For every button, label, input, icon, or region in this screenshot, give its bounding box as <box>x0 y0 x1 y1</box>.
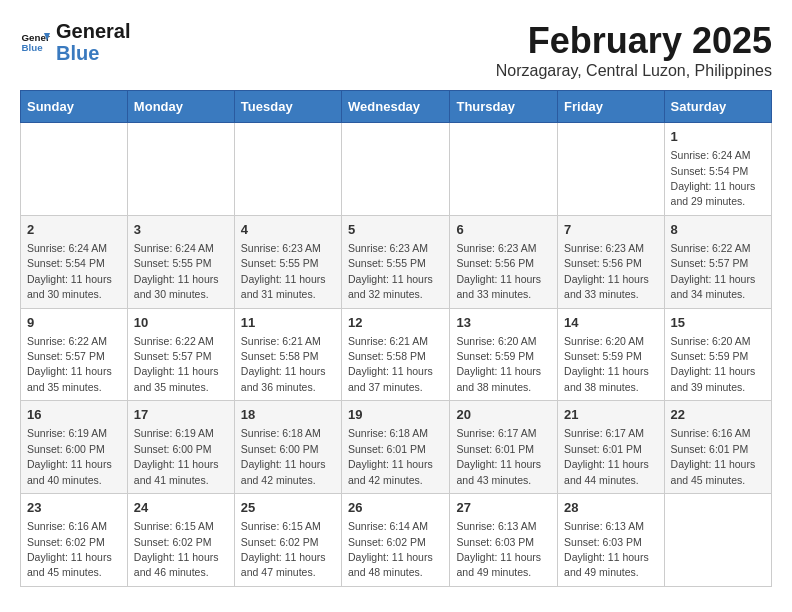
svg-text:Blue: Blue <box>22 42 44 53</box>
day-info: Sunrise: 6:18 AM Sunset: 6:00 PM Dayligh… <box>241 427 326 485</box>
day-number: 19 <box>348 406 443 424</box>
day-cell: 4Sunrise: 6:23 AM Sunset: 5:55 PM Daylig… <box>234 215 341 308</box>
week-row-3: 9Sunrise: 6:22 AM Sunset: 5:57 PM Daylig… <box>21 308 772 401</box>
day-cell: 19Sunrise: 6:18 AM Sunset: 6:01 PM Dayli… <box>342 401 450 494</box>
day-info: Sunrise: 6:15 AM Sunset: 6:02 PM Dayligh… <box>241 520 326 578</box>
day-info: Sunrise: 6:16 AM Sunset: 6:02 PM Dayligh… <box>27 520 112 578</box>
day-number: 26 <box>348 499 443 517</box>
day-cell <box>664 494 771 587</box>
day-number: 20 <box>456 406 551 424</box>
day-number: 17 <box>134 406 228 424</box>
day-number: 1 <box>671 128 765 146</box>
day-number: 24 <box>134 499 228 517</box>
day-number: 7 <box>564 221 657 239</box>
calendar-body: 1Sunrise: 6:24 AM Sunset: 5:54 PM Daylig… <box>21 123 772 587</box>
day-cell: 26Sunrise: 6:14 AM Sunset: 6:02 PM Dayli… <box>342 494 450 587</box>
day-number: 28 <box>564 499 657 517</box>
title-section: February 2025 Norzagaray, Central Luzon,… <box>496 20 772 80</box>
day-cell: 17Sunrise: 6:19 AM Sunset: 6:00 PM Dayli… <box>127 401 234 494</box>
day-info: Sunrise: 6:23 AM Sunset: 5:55 PM Dayligh… <box>348 242 433 300</box>
header-row: SundayMondayTuesdayWednesdayThursdayFrid… <box>21 91 772 123</box>
day-cell: 16Sunrise: 6:19 AM Sunset: 6:00 PM Dayli… <box>21 401 128 494</box>
day-cell: 18Sunrise: 6:18 AM Sunset: 6:00 PM Dayli… <box>234 401 341 494</box>
header-cell-sunday: Sunday <box>21 91 128 123</box>
day-cell <box>558 123 664 216</box>
day-cell: 15Sunrise: 6:20 AM Sunset: 5:59 PM Dayli… <box>664 308 771 401</box>
day-info: Sunrise: 6:21 AM Sunset: 5:58 PM Dayligh… <box>241 335 326 393</box>
day-cell: 13Sunrise: 6:20 AM Sunset: 5:59 PM Dayli… <box>450 308 558 401</box>
day-cell <box>450 123 558 216</box>
header-cell-monday: Monday <box>127 91 234 123</box>
day-cell <box>21 123 128 216</box>
day-number: 25 <box>241 499 335 517</box>
day-info: Sunrise: 6:20 AM Sunset: 5:59 PM Dayligh… <box>456 335 541 393</box>
day-number: 14 <box>564 314 657 332</box>
calendar-table: SundayMondayTuesdayWednesdayThursdayFrid… <box>20 90 772 587</box>
day-number: 10 <box>134 314 228 332</box>
header-cell-thursday: Thursday <box>450 91 558 123</box>
day-cell: 23Sunrise: 6:16 AM Sunset: 6:02 PM Dayli… <box>21 494 128 587</box>
day-cell: 25Sunrise: 6:15 AM Sunset: 6:02 PM Dayli… <box>234 494 341 587</box>
day-info: Sunrise: 6:17 AM Sunset: 6:01 PM Dayligh… <box>456 427 541 485</box>
logo-icon: General Blue <box>20 27 50 57</box>
day-cell: 10Sunrise: 6:22 AM Sunset: 5:57 PM Dayli… <box>127 308 234 401</box>
day-cell: 22Sunrise: 6:16 AM Sunset: 6:01 PM Dayli… <box>664 401 771 494</box>
day-number: 21 <box>564 406 657 424</box>
day-info: Sunrise: 6:20 AM Sunset: 5:59 PM Dayligh… <box>564 335 649 393</box>
logo-text: GeneralBlue <box>56 20 130 64</box>
day-info: Sunrise: 6:23 AM Sunset: 5:56 PM Dayligh… <box>564 242 649 300</box>
day-info: Sunrise: 6:19 AM Sunset: 6:00 PM Dayligh… <box>134 427 219 485</box>
calendar-header: SundayMondayTuesdayWednesdayThursdayFrid… <box>21 91 772 123</box>
day-cell: 14Sunrise: 6:20 AM Sunset: 5:59 PM Dayli… <box>558 308 664 401</box>
day-number: 3 <box>134 221 228 239</box>
header-cell-tuesday: Tuesday <box>234 91 341 123</box>
day-cell <box>127 123 234 216</box>
day-info: Sunrise: 6:22 AM Sunset: 5:57 PM Dayligh… <box>134 335 219 393</box>
day-number: 18 <box>241 406 335 424</box>
day-number: 27 <box>456 499 551 517</box>
week-row-1: 1Sunrise: 6:24 AM Sunset: 5:54 PM Daylig… <box>21 123 772 216</box>
day-info: Sunrise: 6:22 AM Sunset: 5:57 PM Dayligh… <box>27 335 112 393</box>
day-cell: 24Sunrise: 6:15 AM Sunset: 6:02 PM Dayli… <box>127 494 234 587</box>
day-cell: 8Sunrise: 6:22 AM Sunset: 5:57 PM Daylig… <box>664 215 771 308</box>
day-cell: 6Sunrise: 6:23 AM Sunset: 5:56 PM Daylig… <box>450 215 558 308</box>
day-cell <box>342 123 450 216</box>
day-cell: 11Sunrise: 6:21 AM Sunset: 5:58 PM Dayli… <box>234 308 341 401</box>
day-cell: 9Sunrise: 6:22 AM Sunset: 5:57 PM Daylig… <box>21 308 128 401</box>
header: General Blue GeneralBlue February 2025 N… <box>20 20 772 80</box>
day-info: Sunrise: 6:22 AM Sunset: 5:57 PM Dayligh… <box>671 242 756 300</box>
day-cell: 5Sunrise: 6:23 AM Sunset: 5:55 PM Daylig… <box>342 215 450 308</box>
day-cell: 28Sunrise: 6:13 AM Sunset: 6:03 PM Dayli… <box>558 494 664 587</box>
day-cell: 27Sunrise: 6:13 AM Sunset: 6:03 PM Dayli… <box>450 494 558 587</box>
day-info: Sunrise: 6:14 AM Sunset: 6:02 PM Dayligh… <box>348 520 433 578</box>
day-cell: 21Sunrise: 6:17 AM Sunset: 6:01 PM Dayli… <box>558 401 664 494</box>
day-info: Sunrise: 6:19 AM Sunset: 6:00 PM Dayligh… <box>27 427 112 485</box>
month-year: February 2025 <box>496 20 772 62</box>
day-number: 23 <box>27 499 121 517</box>
day-cell: 12Sunrise: 6:21 AM Sunset: 5:58 PM Dayli… <box>342 308 450 401</box>
day-info: Sunrise: 6:13 AM Sunset: 6:03 PM Dayligh… <box>564 520 649 578</box>
day-info: Sunrise: 6:18 AM Sunset: 6:01 PM Dayligh… <box>348 427 433 485</box>
day-cell: 7Sunrise: 6:23 AM Sunset: 5:56 PM Daylig… <box>558 215 664 308</box>
day-number: 16 <box>27 406 121 424</box>
day-number: 12 <box>348 314 443 332</box>
day-info: Sunrise: 6:23 AM Sunset: 5:56 PM Dayligh… <box>456 242 541 300</box>
day-info: Sunrise: 6:17 AM Sunset: 6:01 PM Dayligh… <box>564 427 649 485</box>
week-row-2: 2Sunrise: 6:24 AM Sunset: 5:54 PM Daylig… <box>21 215 772 308</box>
day-cell: 2Sunrise: 6:24 AM Sunset: 5:54 PM Daylig… <box>21 215 128 308</box>
day-number: 9 <box>27 314 121 332</box>
day-info: Sunrise: 6:24 AM Sunset: 5:54 PM Dayligh… <box>671 149 756 207</box>
day-cell: 1Sunrise: 6:24 AM Sunset: 5:54 PM Daylig… <box>664 123 771 216</box>
day-info: Sunrise: 6:16 AM Sunset: 6:01 PM Dayligh… <box>671 427 756 485</box>
day-number: 11 <box>241 314 335 332</box>
day-number: 22 <box>671 406 765 424</box>
day-number: 8 <box>671 221 765 239</box>
day-number: 13 <box>456 314 551 332</box>
week-row-4: 16Sunrise: 6:19 AM Sunset: 6:00 PM Dayli… <box>21 401 772 494</box>
header-cell-wednesday: Wednesday <box>342 91 450 123</box>
day-info: Sunrise: 6:24 AM Sunset: 5:54 PM Dayligh… <box>27 242 112 300</box>
day-cell <box>234 123 341 216</box>
day-info: Sunrise: 6:20 AM Sunset: 5:59 PM Dayligh… <box>671 335 756 393</box>
header-cell-friday: Friday <box>558 91 664 123</box>
day-number: 2 <box>27 221 121 239</box>
